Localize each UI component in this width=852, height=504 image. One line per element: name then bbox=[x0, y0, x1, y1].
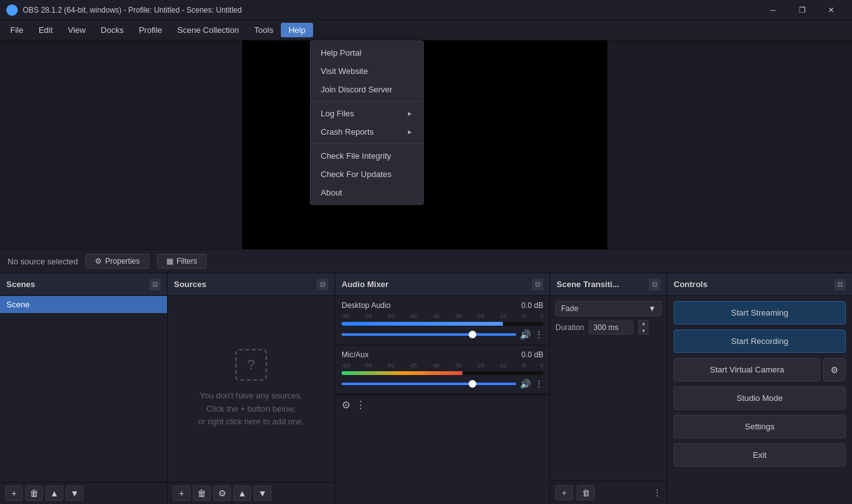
menu-log-files[interactable]: Log Files ► bbox=[311, 104, 423, 123]
restore-button[interactable]: ❐ bbox=[787, 0, 817, 20]
menu-help-portal[interactable]: Help Portal bbox=[311, 44, 423, 62]
transitions-panel-footer: + 🗑 ⋮ bbox=[550, 481, 667, 504]
menu-check-integrity[interactable]: Check File Integrity bbox=[311, 147, 423, 165]
close-button[interactable]: ✕ bbox=[817, 0, 846, 20]
menu-item-scene-collection[interactable]: Scene Collection bbox=[170, 23, 247, 37]
dropdown-divider-2 bbox=[311, 144, 423, 144]
desktop-audio-more-button[interactable]: ⋮ bbox=[534, 329, 543, 340]
virtual-camera-settings-button[interactable]: ⚙ bbox=[823, 358, 846, 381]
sources-settings-icon: ⚙ bbox=[218, 488, 226, 498]
start-recording-button[interactable]: Start Recording bbox=[674, 329, 846, 353]
mic-aux-channel: Mic/Aux 0.0 dB -60 -55 -50 -45 -40 -35 -… bbox=[335, 345, 550, 395]
transition-add-button[interactable]: + bbox=[555, 485, 573, 500]
scenes-panel-header: Scenes ⊡ bbox=[0, 273, 167, 296]
scenes-add-button[interactable]: + bbox=[5, 486, 23, 501]
audio-settings-button[interactable]: ⚙ bbox=[342, 399, 350, 411]
duration-input[interactable] bbox=[589, 321, 633, 335]
duration-up-button[interactable]: ▲ bbox=[638, 320, 648, 327]
audio-more-options-button[interactable]: ⋮ bbox=[355, 399, 366, 411]
transition-more-button[interactable]: ⋮ bbox=[653, 488, 662, 498]
menu-item-help[interactable]: Help bbox=[281, 23, 313, 37]
filters-button[interactable]: ▦ Filters bbox=[157, 254, 207, 269]
sources-up-icon: ▲ bbox=[238, 488, 247, 498]
sources-add-button[interactable]: + bbox=[173, 486, 190, 501]
menu-item-file[interactable]: File bbox=[3, 23, 31, 37]
mic-aux-header: Mic/Aux 0.0 dB bbox=[342, 350, 543, 359]
app-icon bbox=[6, 4, 18, 16]
menu-visit-website[interactable]: Visit Website bbox=[311, 62, 423, 80]
sources-down-button[interactable]: ▼ bbox=[254, 486, 271, 501]
audio-panel-expand[interactable]: ⊡ bbox=[532, 279, 543, 290]
transition-select-arrow: ▼ bbox=[648, 304, 656, 313]
sources-up-button[interactable]: ▲ bbox=[233, 486, 251, 501]
svg-point-1 bbox=[10, 8, 14, 12]
sources-question-icon: ? bbox=[235, 349, 267, 381]
sources-panel-header: Sources ⊡ bbox=[168, 273, 335, 296]
scenes-remove-icon: 🗑 bbox=[30, 488, 39, 498]
controls-panel: Controls ⊡ Start Streaming Start Recordi… bbox=[667, 273, 852, 504]
duration-spinners: ▲ ▼ bbox=[638, 320, 648, 335]
start-virtual-camera-button[interactable]: Start Virtual Camera bbox=[674, 358, 820, 381]
preview-canvas bbox=[242, 40, 607, 249]
scenes-up-button[interactable]: ▲ bbox=[46, 486, 63, 501]
transition-type-label: Fade bbox=[561, 304, 578, 313]
desktop-audio-name: Desktop Audio bbox=[342, 301, 390, 310]
menu-item-tools[interactable]: Tools bbox=[247, 23, 281, 37]
properties-button[interactable]: ⚙ Properties bbox=[85, 254, 149, 269]
menu-item-docks[interactable]: Docks bbox=[93, 23, 131, 37]
scenes-down-button[interactable]: ▼ bbox=[66, 486, 83, 501]
mic-aux-more-button[interactable]: ⋮ bbox=[534, 379, 543, 389]
transitions-panel: Scene Transiti... ⊡ Fade ▼ Duration ▲ ▼ … bbox=[550, 273, 667, 504]
transitions-panel-header: Scene Transiti... ⊡ bbox=[550, 273, 667, 296]
mic-aux-volume-icon[interactable]: 🔊 bbox=[520, 379, 531, 389]
mic-aux-slider[interactable] bbox=[342, 383, 516, 385]
audio-panel-header: Audio Mixer ⊡ bbox=[335, 273, 550, 296]
audio-panel-title: Audio Mixer bbox=[342, 280, 388, 289]
sources-panel-title: Sources bbox=[174, 280, 206, 289]
transition-remove-icon: 🗑 bbox=[582, 488, 590, 498]
menu-about[interactable]: About bbox=[311, 183, 423, 202]
sources-down-icon: ▼ bbox=[258, 488, 267, 498]
menu-item-edit[interactable]: Edit bbox=[31, 23, 60, 37]
log-files-arrow: ► bbox=[407, 110, 413, 117]
menu-check-updates[interactable]: Check For Updates bbox=[311, 165, 423, 183]
mic-aux-controls: 🔊 ⋮ bbox=[342, 379, 543, 389]
duration-down-button[interactable]: ▼ bbox=[638, 328, 648, 335]
menu-crash-reports[interactable]: Crash Reports ► bbox=[311, 123, 423, 141]
sources-remove-icon: 🗑 bbox=[197, 488, 206, 498]
crash-reports-arrow: ► bbox=[407, 128, 413, 135]
source-bar: No source selected ⚙ Properties ▦ Filter… bbox=[0, 249, 852, 273]
minimize-button[interactable]: ─ bbox=[758, 0, 787, 20]
scenes-panel-footer: + 🗑 ▲ ▼ bbox=[0, 482, 167, 504]
sources-settings-button[interactable]: ⚙ bbox=[213, 486, 231, 501]
studio-mode-button[interactable]: Studio Mode bbox=[674, 386, 846, 410]
scenes-panel-expand[interactable]: ⊡ bbox=[149, 279, 161, 290]
scenes-remove-button[interactable]: 🗑 bbox=[25, 486, 43, 501]
start-streaming-button[interactable]: Start Streaming bbox=[674, 301, 846, 324]
transitions-panel-expand[interactable]: ⊡ bbox=[649, 279, 660, 290]
transition-type-select[interactable]: Fade ▼ bbox=[555, 301, 662, 316]
sources-panel-footer: + 🗑 ⚙ ▲ ▼ bbox=[168, 482, 335, 504]
desktop-audio-db: 0.0 dB bbox=[521, 301, 543, 310]
sources-remove-button[interactable]: 🗑 bbox=[193, 486, 211, 501]
transitions-panel-title: Scene Transiti... bbox=[557, 280, 619, 289]
scene-item-scene[interactable]: Scene bbox=[0, 296, 167, 313]
virtual-camera-row: Start Virtual Camera ⚙ bbox=[674, 358, 846, 381]
transition-remove-button[interactable]: 🗑 bbox=[577, 485, 595, 500]
settings-button[interactable]: Settings bbox=[674, 415, 846, 438]
sources-empty-state[interactable]: ? You don't have any sources. Click the … bbox=[168, 296, 335, 482]
duration-row: Duration ▲ ▼ bbox=[555, 320, 662, 335]
controls-panel-expand[interactable]: ⊡ bbox=[834, 279, 846, 290]
sources-empty-message: You don't have any sources. Click the + … bbox=[198, 390, 304, 429]
mic-aux-labels: -60 -55 -50 -45 -40 -35 -20 -10 -5 0 bbox=[342, 362, 543, 369]
exit-button[interactable]: Exit bbox=[674, 443, 846, 467]
menu-item-view[interactable]: View bbox=[60, 23, 93, 37]
menu-item-profile[interactable]: Profile bbox=[131, 23, 170, 37]
scenes-down-icon: ▼ bbox=[70, 488, 79, 498]
audio-panel-footer: ⚙ ⋮ bbox=[335, 395, 550, 415]
virtual-camera-settings-icon: ⚙ bbox=[830, 365, 839, 375]
sources-panel-expand[interactable]: ⊡ bbox=[317, 279, 328, 290]
desktop-audio-slider[interactable] bbox=[342, 333, 516, 336]
menu-join-discord[interactable]: Join Discord Server bbox=[311, 80, 423, 99]
desktop-audio-volume-icon[interactable]: 🔊 bbox=[520, 329, 531, 340]
